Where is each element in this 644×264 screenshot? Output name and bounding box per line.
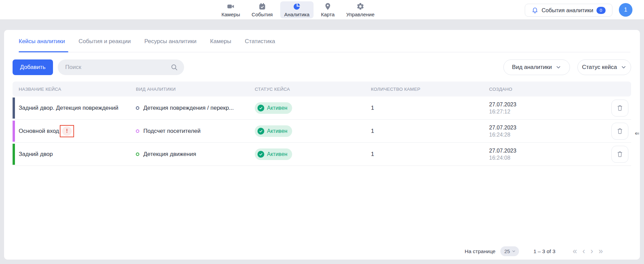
status-badge: Активен [255,102,292,114]
search-input[interactable] [58,64,171,71]
tab-analytics-resources[interactable]: Ресурсы аналитики [144,38,197,48]
analytics-events-label: События аналитики [541,7,593,14]
table-header: НАЗВАНИЕ КЕЙСА ВИД АНАЛИТИКИ СТАТУС КЕЙС… [13,82,631,96]
case-name-cell: Основной вход ! [19,120,74,143]
cameras-count-cell: 1 [371,96,374,120]
column-header-analytics-type: ВИД АНАЛИТИКИ [136,82,176,96]
analytics-type-cell: Подсчет посетителей [136,120,200,143]
check-icon [257,151,264,158]
analytics-events-button[interactable]: События аналитики 0 [525,4,612,17]
video-camera-icon [227,2,235,11]
chevron-down-icon [512,249,516,253]
nav-item-events[interactable]: События [248,1,277,18]
chevron-down-icon [621,64,627,70]
analytics-type-filter-label: Вид аналитики [512,64,552,71]
delete-case-button[interactable] [611,123,628,140]
analytics-type-filter[interactable]: Вид аналитики [503,59,570,75]
analytics-tabs: Кейсы аналитики События и реакции Ресурс… [19,38,275,48]
search-icon[interactable] [171,64,178,71]
events-count-badge: 0 [596,7,606,14]
per-page-select[interactable]: 25 [500,246,519,256]
cameras-count-cell: 1 [371,120,374,143]
nav-label: Камеры [221,12,240,17]
row-accent-stripe [13,121,15,142]
case-status-cell: Активен [255,96,292,120]
tab-events-reactions[interactable]: События и реакции [78,38,131,48]
nav-item-cameras[interactable]: Камеры [217,1,244,18]
table-row[interactable]: Основной вход ! Подсчет посетителей Акти… [13,120,631,143]
map-pin-icon [324,2,332,11]
nav-item-management[interactable]: Управление [342,1,378,18]
bell-icon [532,7,538,14]
case-status-filter-label: Статус кейса [582,64,617,71]
nav-label: События [252,12,273,17]
active-tab-underline [19,51,68,52]
nav-label: Аналитика [284,12,309,17]
cameras-count-cell: 1 [371,143,374,166]
pie-chart-icon [293,2,301,11]
tab-analytics-cases[interactable]: Кейсы аналитики [19,38,65,48]
calendar-check-icon [258,2,266,11]
main-nav: Камеры События Аналитика Карта [217,0,379,20]
check-icon [257,105,264,111]
chevron-down-icon [555,64,561,70]
previous-page-button[interactable]: ‹ [582,247,586,255]
user-avatar[interactable]: 1 [619,3,632,17]
analytics-type-cell: Детекция повреждения / перекр... [136,96,234,120]
per-page-label: На странице [465,248,496,254]
add-case-button[interactable]: Добавить [13,59,53,75]
tab-cameras[interactable]: Камеры [210,38,231,48]
delete-case-button[interactable] [611,146,628,163]
analytics-type-icon [136,129,139,133]
analytics-type-icon [136,106,139,110]
nav-item-map[interactable]: Карта [317,1,339,18]
row-accent-stripe [13,144,15,165]
first-page-button[interactable]: « [572,247,578,255]
analytics-cases-page: Камеры События Аналитика Карта [0,0,644,264]
case-status-cell: Активен [255,143,292,166]
table-row[interactable]: Задний двор. Детекция повреждений Детекц… [13,96,631,120]
pagination-arrows: « ‹ › » [572,247,604,255]
analytics-type-icon [136,153,139,156]
gear-icon [356,2,364,11]
table-row[interactable]: Задний двор Детекция движения Активен 1 … [13,143,631,166]
check-icon [257,128,264,135]
last-page-button[interactable]: » [597,247,604,255]
tab-statistics[interactable]: Статистика [245,38,275,48]
analytics-type-cell: Детекция движения [136,143,196,166]
nav-label: Карта [321,12,335,17]
case-status-filter[interactable]: Статус кейса [577,59,631,75]
delete-case-button[interactable] [611,100,628,117]
pagination-bar: На странице 25 1 – 3 of 3 « ‹ › » [465,246,604,256]
search-box [58,59,184,75]
warning-highlight-box: ! [60,125,74,137]
pagination-range: 1 – 3 of 3 [533,248,555,254]
created-cell: 27.07.2023 16:24:28 [489,120,516,143]
status-badge: Активен [255,148,292,160]
mouse-cursor: ⇐ [635,130,639,137]
analytics-cases-card: Кейсы аналитики События и реакции Ресурс… [4,30,640,260]
row-accent-stripe [13,98,15,119]
column-header-case-name: НАЗВАНИЕ КЕЙСА [19,82,61,96]
column-header-case-status: СТАТУС КЕЙСА [255,82,290,96]
column-header-cameras-count: КОЛИЧЕСТВО КАМЕР [371,82,420,96]
case-name-cell: Задний двор. Детекция повреждений [19,96,118,120]
status-badge: Активен [255,125,292,137]
nav-label: Управление [346,12,374,17]
next-page-button[interactable]: › [590,247,594,255]
tabs-divider [19,52,630,52]
case-name-cell: Задний двор [19,143,53,166]
column-header-created: СОЗДАНО [489,82,512,96]
warning-icon: ! [62,126,72,136]
case-status-cell: Активен [255,120,292,143]
created-cell: 27.07.2023 16:24:08 [489,143,516,166]
nav-item-analytics[interactable]: Аналитика [280,1,314,18]
top-navigation-bar: Камеры События Аналитика Карта [0,0,644,20]
created-cell: 27.07.2023 16:27:12 [489,96,516,120]
